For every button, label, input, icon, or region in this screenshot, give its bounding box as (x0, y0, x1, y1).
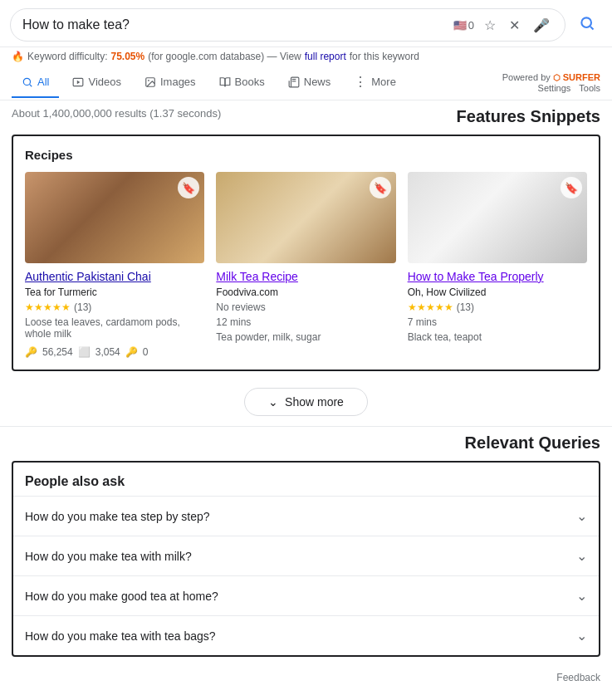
paa-item-4[interactable]: How do you make tea with tea bags? ⌄ (13, 615, 599, 655)
recipe-cards: 🔖 Authentic Pakistani Chai Tea for Turme… (25, 172, 587, 358)
paa-item-2[interactable]: How do you make tea with milk? ⌄ (13, 536, 599, 575)
recipe-name-3[interactable]: How to Make Tea Properly (408, 270, 587, 283)
kw-full-report-link[interactable]: full report (305, 51, 346, 62)
powered-by-links: Settings Tools (538, 83, 600, 93)
kw-link-suffix: for this keyword (350, 51, 419, 62)
bookmark-button-1[interactable]: 🔖 (178, 177, 199, 198)
feedback-link[interactable]: Feedback (556, 672, 600, 683)
review-count-1: (13) (74, 301, 91, 313)
paa-question-2: How do you make tea with milk? (25, 550, 192, 563)
tab-more[interactable]: ⋮ More (344, 66, 406, 100)
star-button[interactable]: ☆ (481, 14, 499, 37)
tab-videos[interactable]: Videos (62, 67, 131, 98)
paa-chevron-1: ⌄ (576, 508, 587, 524)
tab-all-label: All (37, 76, 49, 88)
show-more-row: ⌄ Show more (0, 376, 612, 423)
tab-news-label: News (304, 76, 331, 88)
paa-chevron-3: ⌄ (576, 588, 587, 604)
flag-badge: 🇺🇸 0 (453, 19, 474, 32)
svg-point-0 (581, 17, 591, 27)
paa-item-1[interactable]: How do you make tea step by step? ⌄ (13, 496, 599, 536)
kw-prefix: Keyword difficulty: (27, 51, 108, 62)
stat-key-icon-1: 🔑 (25, 346, 37, 358)
recipe-card-3: 🔖 How to Make Tea Properly Oh, How Civil… (408, 172, 587, 358)
keyword-difficulty-bar: 🔥 Keyword difficulty: 75.05% (for google… (0, 47, 612, 66)
paa-question-3: How do you make good tea at home? (25, 590, 218, 603)
kw-suffix: (for google.com database) — View (148, 51, 301, 62)
tab-images[interactable]: Images (135, 67, 206, 98)
relevant-queries-label: Relevant Queries (0, 430, 612, 456)
bookmark-button-3[interactable]: 🔖 (561, 177, 582, 198)
chevron-down-icon: ⌄ (268, 395, 278, 409)
paa-chevron-4: ⌄ (576, 628, 587, 644)
review-count-3: (13) (457, 301, 474, 313)
recipe-image-pour: 🔖 (408, 172, 587, 263)
search-bar-row: How to make tea? 🇺🇸 0 ☆ ✕ 🎤 (0, 0, 612, 47)
tab-videos-label: Videos (88, 76, 121, 88)
paa-item-3[interactable]: How do you make good tea at home? ⌄ (13, 575, 599, 615)
powered-by-label: Powered by (502, 72, 551, 82)
search-input-wrapper: How to make tea? 🇺🇸 0 ☆ ✕ 🎤 (10, 8, 565, 42)
flag-icon: 🇺🇸 (453, 19, 467, 32)
recipe-source-2: Foodviva.com (216, 286, 395, 298)
svg-line-1 (590, 26, 594, 29)
svg-line-3 (30, 84, 32, 86)
features-snippets-label: Features Snippets (457, 107, 600, 126)
surfer-brand: SURFER (563, 72, 600, 82)
tabs-left: All Videos Images Books News ⋮ More (12, 66, 502, 100)
paa-chevron-2: ⌄ (576, 548, 587, 564)
paa-question-4: How do you make tea with tea bags? (25, 629, 216, 643)
svg-point-2 (23, 78, 30, 85)
recipe-rating-row-3: ★★★★★ (13) (408, 301, 587, 313)
clear-button[interactable]: ✕ (506, 14, 523, 37)
recipe-time-3: 7 mins (408, 316, 587, 328)
search-button[interactable] (572, 12, 602, 39)
recipe-ingredients-1: Loose tea leaves, cardamom pods, whole m… (25, 316, 204, 340)
paa-title: People also ask (13, 463, 599, 496)
recipe-source-1: Tea for Turmeric (25, 286, 204, 298)
svg-marker-5 (77, 80, 81, 84)
recipe-name-1[interactable]: Authentic Pakistani Chai (25, 270, 204, 283)
people-also-ask-box: People also ask How do you make tea step… (12, 461, 600, 657)
tab-more-label: More (371, 76, 396, 88)
paa-question-1: How do you make tea step by step? (25, 510, 210, 523)
stat-page-value-1: 3,054 (95, 346, 120, 358)
recipe-ingredients-3: Black tea, teapot (408, 331, 587, 343)
flame-icon: 🔥 (12, 51, 24, 62)
powered-by-section: Powered by ⬡ SURFER Settings Tools (502, 72, 600, 93)
recipe-source-3: Oh, How Civilized (408, 286, 587, 298)
results-count: About 1,400,000,000 results (1.37 second… (12, 107, 221, 120)
stat-page-icon-1: ⬜ (78, 346, 91, 358)
search-input[interactable]: How to make tea? (22, 17, 447, 32)
show-more-button[interactable]: ⌄ Show more (244, 388, 368, 416)
recipe-time-2: 12 mins (216, 316, 395, 328)
tools-link[interactable]: Tools (579, 83, 600, 93)
svg-point-7 (148, 80, 149, 81)
show-more-label: Show more (285, 395, 344, 409)
surfer-icon: ⬡ (553, 73, 561, 82)
no-reviews-2: No reviews (216, 301, 395, 313)
recipe-rating-row-1: ★★★★★ (13) (25, 301, 204, 313)
tabs-row: All Videos Images Books News ⋮ More (0, 66, 612, 100)
settings-link[interactable]: Settings (538, 83, 571, 93)
tab-books[interactable]: Books (209, 67, 275, 98)
bookmark-button-2[interactable]: 🔖 (370, 177, 391, 198)
recipe-stats-1: 🔑 56,254 ⬜ 3,054 🔑 0 (25, 346, 204, 358)
recipe-image-milk-tea: 🔖 (216, 172, 395, 263)
tab-images-label: Images (160, 76, 196, 88)
recipe-ingredients-2: Tea powder, milk, sugar (216, 331, 395, 343)
recipe-card-1: 🔖 Authentic Pakistani Chai Tea for Turme… (25, 172, 204, 358)
results-header: About 1,400,000,000 results (1.37 second… (0, 100, 612, 130)
recipe-card-2: 🔖 Milk Tea Recipe Foodviva.com No review… (216, 172, 395, 358)
stars-1: ★★★★★ (25, 301, 71, 313)
kw-score: 75.05% (111, 51, 145, 62)
mic-button[interactable]: 🎤 (530, 14, 553, 37)
feedback-row: Feedback (0, 668, 612, 692)
stat-link-icon-1: 🔑 (125, 346, 138, 358)
tab-books-label: Books (235, 76, 265, 88)
tab-news[interactable]: News (278, 67, 341, 98)
tab-all[interactable]: All (12, 67, 59, 98)
recipes-box: Recipes 🔖 Authentic Pakistani Chai Tea f… (12, 135, 600, 371)
divider (0, 426, 612, 427)
recipe-name-2[interactable]: Milk Tea Recipe (216, 270, 395, 283)
